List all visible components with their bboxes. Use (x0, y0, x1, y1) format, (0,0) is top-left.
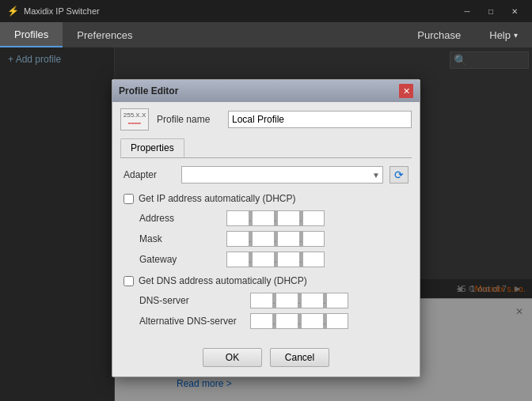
address-row: Address . . . (139, 210, 408, 226)
alt-dns-octet-1[interactable] (250, 313, 272, 329)
gateway-input-group: . . . (226, 252, 325, 267)
tab-properties[interactable]: Properties (120, 138, 184, 157)
profile-editor-modal: Profile Editor ✕ 255.X.X━━━━ Profile nam… (112, 79, 420, 377)
dns-octet-3[interactable] (301, 293, 323, 308)
alt-dns-octet-2[interactable] (276, 313, 298, 329)
close-button[interactable]: ✕ (504, 3, 526, 19)
get-dns-auto-row: Get DNS address automatically (DHCP) (124, 275, 408, 286)
menu-bar: Profiles Preferences Purchase Help ▾ (0, 22, 532, 47)
tab-preferences[interactable]: Preferences (63, 22, 146, 47)
modal-body: 255.X.X━━━━ Profile name Properties Adap… (112, 102, 420, 340)
window-controls: ─ □ ✕ (456, 3, 526, 19)
tab-help-label: Help (489, 29, 511, 41)
modal-header: Profile Editor ✕ (112, 80, 420, 102)
address-input-group: . . . (226, 210, 325, 226)
adapter-label: Adapter (124, 169, 175, 180)
gateway-octet-2[interactable] (252, 252, 274, 267)
form-section: Adapter ▼ ⟳ Ge (120, 166, 412, 329)
alt-dns-server-label: Alternative DNS-server (139, 316, 250, 327)
alt-dns-octet-4[interactable] (326, 313, 348, 329)
get-dns-auto-checkbox[interactable] (124, 276, 134, 286)
dns-server-label: DNS-server (139, 295, 250, 306)
tab-help[interactable]: Help ▾ (475, 22, 532, 47)
gateway-row: Gateway . . . (139, 252, 408, 267)
address-octet-2[interactable] (252, 210, 274, 226)
mask-input-group: . . . (226, 231, 325, 247)
modal-title: Profile Editor (119, 85, 399, 96)
tab-preferences-label: Preferences (77, 29, 132, 41)
mask-octet-2[interactable] (252, 231, 274, 247)
mask-label: Mask (139, 233, 226, 244)
tab-profiles-label: Profiles (14, 28, 48, 40)
main-content: + Add profile 🔍 15 © Maxidix s.r.o. ✕ 📶 (0, 47, 532, 401)
get-dns-auto-label: Get DNS address automatically (DHCP) (139, 275, 307, 286)
ip-fields: Address . . . (139, 210, 408, 267)
alt-dns-server-row: Alternative DNS-server . . . (139, 313, 408, 329)
gateway-label: Gateway (139, 254, 226, 265)
menu-spacer (146, 22, 403, 47)
dns-server-input-group: . . . (250, 293, 348, 308)
gateway-octet-1[interactable] (226, 252, 249, 267)
adapter-select-wrap: ▼ (181, 166, 383, 183)
ok-button[interactable]: OK (203, 348, 262, 367)
get-ip-auto-row: Get IP address automatically (DHCP) (124, 193, 408, 204)
dns-octet-1[interactable] (250, 293, 272, 308)
menu-right: Purchase Help ▾ (403, 22, 532, 47)
address-octet-3[interactable] (277, 210, 299, 226)
profile-icon-text: 255.X.X━━━━ (124, 112, 146, 127)
profile-name-row: 255.X.X━━━━ Profile name (120, 108, 412, 131)
app-title: Maxidix IP Switcher (24, 6, 456, 16)
maximize-button[interactable]: □ (480, 3, 502, 19)
tab-purchase[interactable]: Purchase (403, 22, 475, 47)
mask-octet-3[interactable] (277, 231, 299, 247)
address-octet-1[interactable] (226, 210, 249, 226)
refresh-button[interactable]: ⟳ (390, 166, 408, 183)
mask-row: Mask . . . (139, 231, 408, 247)
mask-octet-1[interactable] (226, 231, 249, 247)
modal-tabs: Properties (120, 138, 412, 158)
get-ip-auto-checkbox[interactable] (124, 194, 134, 204)
dns-octet-4[interactable] (326, 293, 348, 308)
tab-purchase-label: Purchase (417, 29, 461, 41)
modal-overlay: Profile Editor ✕ 255.X.X━━━━ Profile nam… (0, 47, 532, 401)
profile-name-label: Profile name (157, 114, 220, 125)
dns-section: Get DNS address automatically (DHCP) DNS… (124, 275, 408, 329)
tab-profiles[interactable]: Profiles (0, 22, 63, 47)
alt-dns-input-group: . . . (250, 313, 348, 329)
app-icon: ⚡ (6, 5, 19, 17)
mask-octet-4[interactable] (302, 231, 325, 247)
gateway-octet-4[interactable] (302, 252, 325, 267)
gateway-octet-3[interactable] (277, 252, 299, 267)
dns-server-row: DNS-server . . . (139, 293, 408, 308)
title-bar: ⚡ Maxidix IP Switcher ─ □ ✕ (0, 0, 532, 22)
address-octet-4[interactable] (302, 210, 325, 226)
get-ip-auto-label: Get IP address automatically (DHCP) (139, 193, 296, 204)
dns-octet-2[interactable] (276, 293, 298, 308)
adapter-select[interactable] (181, 166, 383, 183)
minimize-button[interactable]: ─ (456, 3, 478, 19)
help-arrow-icon: ▾ (514, 31, 518, 40)
modal-close-button[interactable]: ✕ (399, 84, 413, 98)
address-label: Address (139, 213, 226, 224)
cancel-button[interactable]: Cancel (270, 348, 329, 367)
profile-icon: 255.X.X━━━━ (120, 108, 149, 131)
modal-footer: OK Cancel (112, 340, 420, 376)
refresh-icon: ⟳ (394, 168, 404, 181)
alt-dns-octet-3[interactable] (301, 313, 323, 329)
adapter-row: Adapter ▼ ⟳ (124, 166, 408, 183)
profile-name-input[interactable] (228, 111, 412, 128)
